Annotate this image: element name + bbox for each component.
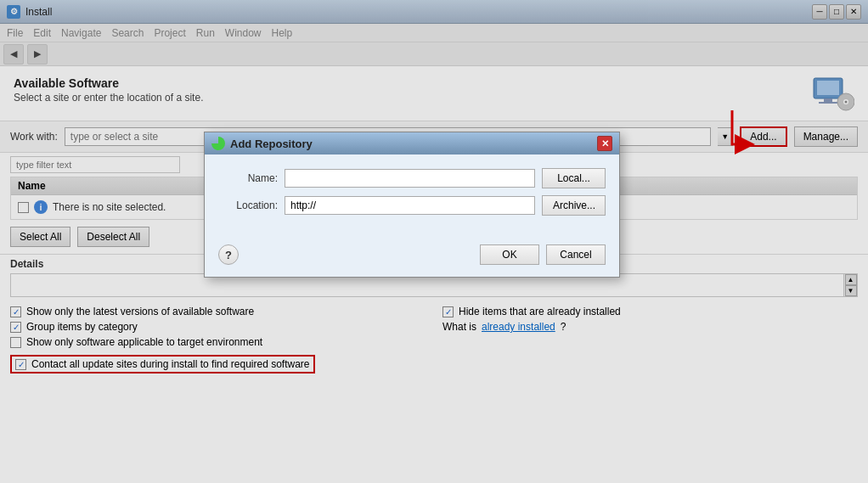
modal-body: Name: Local... Location: Archive... ?: [205, 154, 619, 277]
ok-button[interactable]: OK: [480, 244, 539, 265]
archive-button[interactable]: Archive...: [542, 195, 606, 216]
help-button[interactable]: ?: [218, 244, 239, 265]
name-input[interactable]: [285, 169, 535, 188]
name-field-row: Name: Local...: [218, 168, 606, 188]
modal-title-bar: Add Repository ✕: [205, 132, 619, 154]
cancel-button[interactable]: Cancel: [546, 244, 606, 265]
modal-title-icon: [211, 137, 225, 150]
modal-footer: ? OK Cancel: [218, 239, 606, 268]
location-input[interactable]: [285, 196, 535, 215]
modal-close-button[interactable]: ✕: [597, 136, 612, 151]
modal-footer-left: ?: [218, 244, 239, 265]
location-field-row: Location: Archive...: [218, 195, 606, 216]
name-label: Name:: [218, 172, 278, 184]
modal-overlay: Add Repository ✕ Name: Local... Location…: [0, 0, 868, 483]
modal-title-text: Add Repository: [230, 138, 313, 150]
modal-footer-right: OK Cancel: [480, 244, 606, 265]
local-button[interactable]: Local...: [542, 168, 606, 188]
add-repository-modal: Add Repository ✕ Name: Local... Location…: [204, 132, 620, 278]
location-label: Location:: [218, 199, 278, 211]
